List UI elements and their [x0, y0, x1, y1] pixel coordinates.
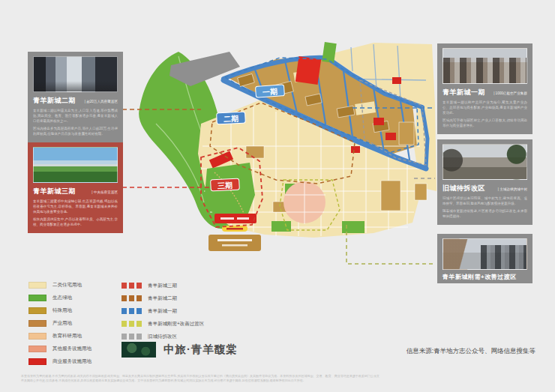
callout-oldtown: 旧城待拆改区 | 主城边缘的城中村 旧城片区现状以老旧院落、城中村为主,建筑密度…	[437, 139, 532, 225]
source-note: 信息来源:青羊地方志公众号、网络信息搜集等	[406, 347, 536, 356]
legend-row-phase2: 青羊新城二期	[122, 295, 177, 302]
phase1-badge: 一期	[255, 85, 284, 98]
oldtown-title: 旧城待拆改区	[442, 184, 485, 193]
transition-photo	[442, 238, 527, 270]
phase2-subtitle: | 超20万人高密聚居区	[85, 100, 118, 103]
residential-swatch	[28, 282, 46, 289]
phase3-photo	[33, 147, 118, 183]
education-swatch	[28, 333, 46, 340]
phase2-body2: 区域内楼盘多为高层高密度产品,居住人口超20万,生活便利度较高,但整体产品品质与…	[33, 127, 118, 137]
brand-name: 中旅·青羊馥棠	[164, 343, 238, 357]
callout-transition: 青羊新城刚需+改善过渡区	[437, 234, 532, 283]
phase2-badge: 二期	[217, 112, 246, 124]
phase1-photo	[442, 48, 527, 84]
legend-row-other-service: 其他服务设施用地	[28, 345, 92, 352]
svg-text:一期: 一期	[262, 87, 278, 96]
brand-logo-image	[122, 342, 156, 358]
svg-text:三期: 三期	[218, 181, 233, 190]
callout-phase2: 青羊新城二期 | 超20万人高密聚居区 青羊新城二期以刚需大盘为主,人口导入迅速…	[28, 52, 123, 142]
special-swatch	[28, 307, 46, 314]
phase2-photo	[33, 56, 118, 92]
phase3-body2: 板块内新房供应集中,产品以改善型洋房、小高层为主,学校、商业等配套正在逐步兑现中…	[33, 217, 118, 228]
phase1-body1: 青羊新城一期以航空总部产业为核心,聚集大量产业办公、总部基地与商务配套,产业能级…	[442, 100, 527, 116]
legend-row-oldtown: 旧城待拆改区	[122, 333, 177, 340]
phase1-body2: 区域内写字楼与园区林立,产业人口基数大,持续带动周边居住与商业需求增长。	[442, 118, 527, 129]
phase2-body1: 青羊新城二期以刚需大盘为主,人口导入迅速,居住氛围成熟,周边商业、教育、医疗等配…	[33, 109, 118, 124]
phase3-title: 青羊新城三期	[33, 187, 76, 196]
eco-green-swatch	[28, 295, 46, 301]
legend-row-phase3: 青羊新城三期	[122, 282, 177, 289]
legend-row-education: 教育科研用地	[28, 332, 82, 340]
district-planning-map: 一期 二期 三期	[126, 34, 441, 259]
legend-row-industry: 产业用地	[28, 319, 72, 327]
phase1-dash	[122, 308, 142, 314]
phase3-subtitle: | 中央低密宜居区	[92, 190, 118, 194]
legend-row-transition: 青羊新城刚需+改善过渡区	[122, 320, 204, 328]
legend-row-special: 特殊用地	[28, 307, 72, 314]
oldtown-subtitle: | 主城边缘的城中村	[498, 187, 527, 191]
phase2-dash	[122, 295, 142, 301]
oldtown-body2: 随着城市更新持续推进,片区将逐步启动拆迁改造,未来面貌值得期待。	[442, 209, 527, 220]
oldtown-photo	[442, 144, 527, 180]
legend-row-residential: 二类住宅用地	[28, 281, 82, 289]
phase1-title: 青羊新城一期	[442, 88, 485, 97]
legend-row-eco-green: 生态绿地	[28, 294, 72, 301]
poster-page: { "callouts": { "phase2": { "title": "青羊…	[0, 0, 555, 392]
central-park	[205, 163, 255, 221]
commercial-swatch	[28, 358, 46, 365]
phase2-title: 青羊新城二期	[33, 96, 76, 106]
phase3-body1: 青羊新城三期紧邻中央绿轴公园,生态资源优越,规划以低密改善住宅为主,容积率低、界…	[33, 199, 118, 215]
disclaimer-text: 本宣传资料为要约邀请,不作为要约或承诺,相关内容不排除因政府相关规划、规定及开发…	[21, 374, 380, 384]
legend-row-phase1: 青羊新城一期	[122, 307, 177, 315]
industry-swatch	[28, 320, 46, 327]
brand-block: 中旅·青羊馥棠	[122, 342, 238, 358]
phase1-subtitle: | 1000亿航空产业集群	[494, 91, 527, 95]
transition-title: 青羊新城刚需+改善过渡区	[442, 273, 517, 281]
trade-hub-parcel	[208, 235, 261, 251]
legend-row-commercial: 商业服务设施用地	[28, 358, 92, 365]
callout-phase3: 青羊新城三期 | 中央低密宜居区 青羊新城三期紧邻中央绿轴公园,生态资源优越,规…	[28, 142, 123, 233]
oldtown-body1: 旧城片区现状以老旧院落、城中村为主,建筑密度高、道路狭窄、界面老旧,整体风貌与配…	[442, 196, 527, 207]
phase3-dash	[122, 283, 142, 289]
other-service-swatch	[28, 346, 46, 352]
phase3-badge: 三期	[211, 178, 240, 191]
transition-dash	[122, 321, 142, 327]
svg-text:二期: 二期	[224, 114, 239, 123]
callout-phase1: 青羊新城一期 | 1000亿航空产业集群 青羊新城一期以航空总部产业为核心,聚集…	[437, 43, 532, 134]
oldtown-dash	[122, 334, 142, 340]
